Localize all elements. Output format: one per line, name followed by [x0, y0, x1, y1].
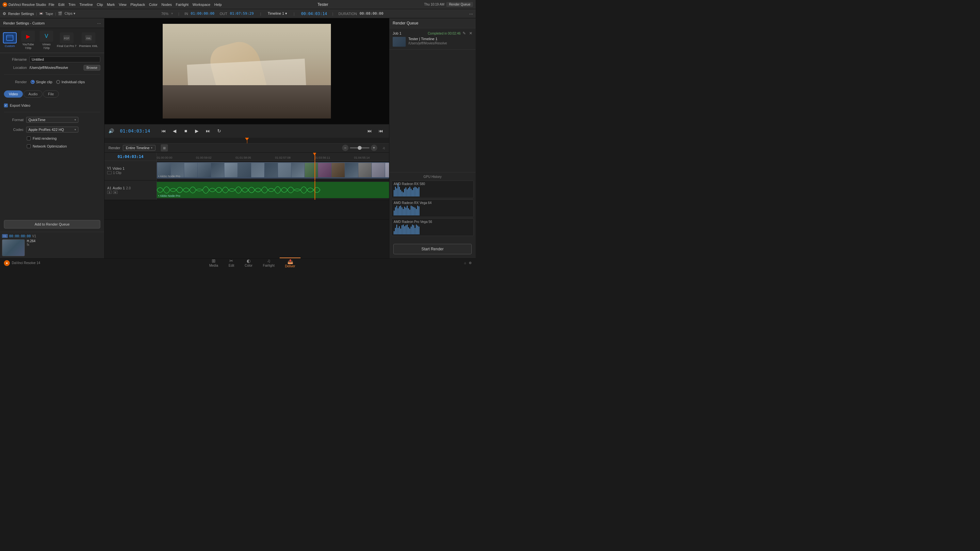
loop-button[interactable]: ↻ — [215, 127, 223, 135]
start-render-button[interactable]: Start Render — [393, 244, 472, 254]
toolbar-dots[interactable]: ··· — [469, 11, 473, 16]
preset-vimeo[interactable]: V Vimeo720p — [38, 31, 54, 50]
tab-color[interactable]: ◐ Color — [239, 257, 258, 268]
tab-audio[interactable]: Audio — [24, 91, 43, 98]
render-queue-title: Render Queue — [390, 18, 476, 29]
add-queue-button[interactable]: Add to Render Queue — [4, 220, 100, 229]
tab-video[interactable]: Video — [4, 91, 23, 98]
menu-view[interactable]: View — [119, 3, 127, 6]
track-v1-content[interactable]: • Akitio Node Pro — [157, 161, 389, 180]
gpu-bar — [400, 229, 401, 234]
codec-dropdown[interactable]: Apple ProRes 422 HQ ▾ — [26, 127, 78, 133]
gpu-bar — [415, 187, 415, 197]
play-button[interactable]: ▶ — [193, 127, 201, 135]
filename-input[interactable] — [29, 57, 100, 62]
gpu-bar — [416, 209, 417, 216]
menu-trim[interactable]: Trim — [68, 3, 75, 6]
extra-ctrl-2[interactable]: ⏮ — [377, 127, 385, 135]
gpu-bar — [418, 227, 420, 234]
track-a1-playhead — [315, 181, 315, 200]
audio-icon[interactable]: ♫ — [382, 146, 385, 150]
gpu-bar — [416, 187, 417, 197]
zoom-slider[interactable] — [350, 147, 369, 149]
network-opt-checkbox[interactable] — [27, 144, 31, 148]
gpu-bar — [410, 189, 412, 197]
gpu-bar — [401, 225, 402, 234]
render-mode-dropdown[interactable]: Entire Timeline ▾ — [123, 145, 156, 151]
single-clip-label: Single clip — [36, 80, 52, 84]
menu-edit[interactable]: Edit — [58, 3, 64, 6]
menu-nodes[interactable]: Nodes — [161, 3, 172, 6]
single-clip-radio[interactable] — [31, 80, 35, 84]
panel-dots[interactable]: ··· — [97, 21, 101, 26]
job-edit-btn[interactable]: ✎ — [463, 31, 466, 36]
menu-clip[interactable]: Clip — [97, 3, 103, 6]
tab-media[interactable]: ⊞ Media — [204, 257, 223, 268]
menu-file[interactable]: File — [49, 3, 54, 6]
zoom-out-button[interactable]: − — [342, 144, 348, 151]
preset-custom[interactable]: Custom — [2, 32, 18, 48]
codec-value: Apple ProRes 422 HQ — [29, 128, 64, 132]
top-bar-right: Thu 10:19 AM Render Queue — [424, 2, 473, 7]
zoom-thumb[interactable] — [358, 146, 362, 150]
format-row: Format QuickTime ▾ — [4, 116, 100, 123]
clip-format: H.264 — [27, 239, 36, 243]
timeline-ruler[interactable]: 01:00:00:00 01:00:59:02 01:01:58:05 01:0… — [157, 153, 389, 161]
zoom-in-button[interactable]: + — [371, 144, 377, 151]
single-clip-option[interactable]: Single clip — [31, 80, 52, 84]
browse-button[interactable]: Browse — [84, 65, 100, 70]
field-rendering-checkbox[interactable] — [27, 137, 31, 140]
preset-youtube[interactable]: ▶ YouTube720p — [20, 31, 36, 50]
gpu-2-bars — [394, 206, 471, 216]
scrub-bar[interactable] — [105, 138, 389, 144]
preset-premiere[interactable]: XML Premiere XML — [79, 32, 98, 48]
format-dropdown[interactable]: QuickTime ▾ — [26, 117, 78, 123]
individual-clips-radio[interactable] — [56, 80, 60, 84]
track-a1-solo[interactable]: S — [107, 191, 112, 194]
track-v1-eye[interactable] — [107, 171, 112, 174]
menu-timeline[interactable]: Timeline — [80, 3, 93, 6]
toolbar-center: 76% ▾ | IN 01:00:00:00 OUT 01:07:59:29 |… — [78, 11, 466, 16]
render-settings-icon: ⚙ — [3, 11, 6, 16]
menu-fairlight[interactable]: Fairlight — [176, 3, 188, 6]
tape-icon: 📼 — [39, 11, 43, 16]
gpu-bar — [396, 188, 397, 197]
gpu-bar — [400, 206, 401, 216]
render-queue-label[interactable]: Render Queue — [446, 2, 473, 7]
volume-icon[interactable]: 🔊 — [108, 128, 114, 133]
fairlight-icon: ♫ — [267, 258, 270, 264]
timeline-view-btn[interactable]: ⊞ — [161, 144, 168, 151]
preset-finalcut[interactable]: FCP Final Cut Pro 7 — [57, 32, 76, 48]
menu-help[interactable]: Help — [214, 3, 222, 6]
bottom-settings-icon[interactable]: ⚙ — [469, 261, 472, 265]
ruler-tc-5: 01:04:55:14 — [354, 156, 370, 159]
render-settings-panel: Render Settings - Custom ··· Custom ▶ Yo… — [0, 18, 105, 258]
bottom-home-icon[interactable]: ⌂ — [464, 261, 466, 265]
menu-color[interactable]: Color — [149, 3, 158, 6]
track-a1-content[interactable]: • Akitio Node Pro — [157, 181, 389, 200]
playback-timecode: 01:04:03:14 — [120, 128, 150, 133]
tab-deliver[interactable]: 📤 Deliver — [280, 257, 300, 268]
individual-clips-option[interactable]: Individual clips — [56, 80, 85, 84]
timeline-name[interactable]: Timeline 1 ▾ — [267, 11, 287, 16]
extra-ctrl-1[interactable]: ⏭ — [366, 127, 374, 135]
step-back-button[interactable]: ◀ — [170, 127, 179, 135]
menu-playback[interactable]: Playback — [130, 3, 145, 6]
menu-workspace[interactable]: Workspace — [192, 3, 210, 6]
go-to-end-button[interactable]: ⏭ — [204, 127, 212, 135]
gpu-bar — [399, 187, 400, 197]
gpu-bar — [412, 206, 413, 216]
tab-edit[interactable]: ✂ Edit — [223, 257, 239, 268]
filename-row: Filename — [4, 57, 100, 62]
track-a1-mute[interactable]: M — [113, 191, 118, 194]
deliver-icon: 📤 — [288, 259, 293, 264]
tab-fairlight[interactable]: ♫ Fairlight — [258, 257, 280, 268]
stop-button[interactable]: ■ — [181, 127, 190, 135]
menu-mark[interactable]: Mark — [107, 3, 115, 6]
go-to-start-button[interactable]: ⏮ — [159, 127, 168, 135]
app-logo-bottom: ● DaVinci Resolve 14 — [4, 260, 40, 266]
timeline-area: 01:04:03:14 01:00:00:00 01:00:59:02 01:0… — [105, 153, 389, 259]
job-close-btn[interactable]: ✕ — [469, 31, 473, 36]
tab-file[interactable]: File — [43, 91, 59, 98]
export-video-checkbox[interactable] — [4, 103, 8, 107]
